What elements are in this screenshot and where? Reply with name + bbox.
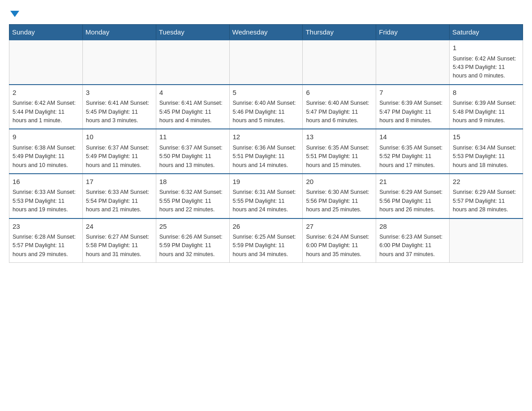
day-info: Sunrise: 6:40 AM Sunset: 5:47 PM Dayligh… bbox=[306, 99, 373, 125]
calendar-week-row: 2Sunrise: 6:42 AM Sunset: 5:44 PM Daylig… bbox=[9, 85, 523, 129]
calendar-cell bbox=[82, 40, 156, 85]
day-info: Sunrise: 6:29 AM Sunset: 5:57 PM Dayligh… bbox=[453, 188, 519, 214]
day-number: 19 bbox=[233, 177, 300, 187]
day-number: 9 bbox=[13, 132, 79, 142]
day-info: Sunrise: 6:40 AM Sunset: 5:46 PM Dayligh… bbox=[233, 99, 300, 125]
calendar-week-row: 23Sunrise: 6:28 AM Sunset: 5:57 PM Dayli… bbox=[9, 218, 523, 263]
calendar-cell bbox=[303, 40, 376, 85]
calendar-cell: 6Sunrise: 6:40 AM Sunset: 5:47 PM Daylig… bbox=[303, 85, 376, 129]
day-number: 5 bbox=[233, 88, 300, 98]
day-header-monday: Monday bbox=[82, 25, 156, 40]
calendar-cell: 16Sunrise: 6:33 AM Sunset: 5:53 PM Dayli… bbox=[9, 174, 83, 218]
calendar-cell: 23Sunrise: 6:28 AM Sunset: 5:57 PM Dayli… bbox=[9, 218, 83, 263]
calendar-cell: 27Sunrise: 6:24 AM Sunset: 6:00 PM Dayli… bbox=[303, 218, 376, 263]
day-number: 22 bbox=[453, 177, 519, 187]
calendar-cell: 13Sunrise: 6:35 AM Sunset: 5:51 PM Dayli… bbox=[303, 129, 376, 174]
day-number: 28 bbox=[379, 222, 446, 232]
calendar-cell bbox=[156, 40, 229, 85]
day-number: 11 bbox=[159, 132, 226, 142]
calendar-header-row: SundayMondayTuesdayWednesdayThursdayFrid… bbox=[9, 25, 523, 40]
day-header-tuesday: Tuesday bbox=[156, 25, 229, 40]
calendar-cell bbox=[229, 40, 303, 85]
day-number: 1 bbox=[453, 43, 519, 53]
day-info: Sunrise: 6:23 AM Sunset: 6:00 PM Dayligh… bbox=[379, 233, 446, 259]
calendar-cell: 11Sunrise: 6:37 AM Sunset: 5:50 PM Dayli… bbox=[156, 129, 229, 174]
day-info: Sunrise: 6:33 AM Sunset: 5:53 PM Dayligh… bbox=[13, 188, 79, 214]
day-number: 25 bbox=[159, 222, 226, 232]
calendar-cell: 1Sunrise: 6:42 AM Sunset: 5:43 PM Daylig… bbox=[450, 40, 523, 85]
calendar-cell: 20Sunrise: 6:30 AM Sunset: 5:56 PM Dayli… bbox=[303, 174, 376, 218]
day-info: Sunrise: 6:41 AM Sunset: 5:45 PM Dayligh… bbox=[159, 99, 226, 125]
calendar-cell: 4Sunrise: 6:41 AM Sunset: 5:45 PM Daylig… bbox=[156, 85, 229, 129]
day-number: 14 bbox=[379, 132, 446, 142]
day-info: Sunrise: 6:35 AM Sunset: 5:52 PM Dayligh… bbox=[379, 144, 446, 170]
day-number: 16 bbox=[13, 177, 79, 187]
day-number: 27 bbox=[306, 222, 373, 232]
calendar-cell: 15Sunrise: 6:34 AM Sunset: 5:53 PM Dayli… bbox=[450, 129, 523, 174]
day-info: Sunrise: 6:36 AM Sunset: 5:51 PM Dayligh… bbox=[233, 144, 300, 170]
calendar-cell bbox=[9, 40, 83, 85]
day-number: 15 bbox=[453, 132, 519, 142]
calendar-cell bbox=[450, 218, 523, 263]
calendar-cell: 12Sunrise: 6:36 AM Sunset: 5:51 PM Dayli… bbox=[229, 129, 303, 174]
calendar-cell: 3Sunrise: 6:41 AM Sunset: 5:45 PM Daylig… bbox=[82, 85, 156, 129]
calendar-cell: 14Sunrise: 6:35 AM Sunset: 5:52 PM Dayli… bbox=[376, 129, 450, 174]
day-number: 21 bbox=[379, 177, 446, 187]
day-number: 2 bbox=[13, 88, 79, 98]
day-info: Sunrise: 6:29 AM Sunset: 5:56 PM Dayligh… bbox=[379, 188, 446, 214]
page-header bbox=[9, 9, 523, 17]
day-info: Sunrise: 6:42 AM Sunset: 5:43 PM Dayligh… bbox=[453, 55, 519, 81]
day-info: Sunrise: 6:37 AM Sunset: 5:49 PM Dayligh… bbox=[86, 144, 153, 170]
day-number: 3 bbox=[86, 88, 153, 98]
day-info: Sunrise: 6:25 AM Sunset: 5:59 PM Dayligh… bbox=[233, 233, 300, 259]
calendar-cell: 22Sunrise: 6:29 AM Sunset: 5:57 PM Dayli… bbox=[450, 174, 523, 218]
day-header-wednesday: Wednesday bbox=[229, 25, 303, 40]
day-header-saturday: Saturday bbox=[450, 25, 523, 40]
day-number: 8 bbox=[453, 88, 519, 98]
calendar-cell: 24Sunrise: 6:27 AM Sunset: 5:58 PM Dayli… bbox=[82, 218, 156, 263]
day-info: Sunrise: 6:37 AM Sunset: 5:50 PM Dayligh… bbox=[159, 144, 226, 170]
day-info: Sunrise: 6:26 AM Sunset: 5:59 PM Dayligh… bbox=[159, 233, 226, 259]
day-info: Sunrise: 6:41 AM Sunset: 5:45 PM Dayligh… bbox=[86, 99, 153, 125]
day-number: 20 bbox=[306, 177, 373, 187]
calendar-table: SundayMondayTuesdayWednesdayThursdayFrid… bbox=[9, 24, 523, 263]
calendar-cell: 28Sunrise: 6:23 AM Sunset: 6:00 PM Dayli… bbox=[376, 218, 450, 263]
day-number: 12 bbox=[233, 132, 300, 142]
calendar-cell: 2Sunrise: 6:42 AM Sunset: 5:44 PM Daylig… bbox=[9, 85, 83, 129]
calendar-cell: 25Sunrise: 6:26 AM Sunset: 5:59 PM Dayli… bbox=[156, 218, 229, 263]
day-info: Sunrise: 6:42 AM Sunset: 5:44 PM Dayligh… bbox=[13, 99, 79, 125]
calendar-cell: 7Sunrise: 6:39 AM Sunset: 5:47 PM Daylig… bbox=[376, 85, 450, 129]
day-info: Sunrise: 6:27 AM Sunset: 5:58 PM Dayligh… bbox=[86, 233, 153, 259]
day-info: Sunrise: 6:38 AM Sunset: 5:49 PM Dayligh… bbox=[13, 144, 79, 170]
day-number: 13 bbox=[306, 132, 373, 142]
calendar-week-row: 1Sunrise: 6:42 AM Sunset: 5:43 PM Daylig… bbox=[9, 40, 523, 85]
calendar-cell: 9Sunrise: 6:38 AM Sunset: 5:49 PM Daylig… bbox=[9, 129, 83, 174]
day-number: 23 bbox=[13, 222, 79, 232]
day-number: 10 bbox=[86, 132, 153, 142]
day-info: Sunrise: 6:35 AM Sunset: 5:51 PM Dayligh… bbox=[306, 144, 373, 170]
day-number: 26 bbox=[233, 222, 300, 232]
calendar-cell bbox=[376, 40, 450, 85]
day-info: Sunrise: 6:30 AM Sunset: 5:56 PM Dayligh… bbox=[306, 188, 373, 214]
day-header-thursday: Thursday bbox=[303, 25, 376, 40]
day-number: 17 bbox=[86, 177, 153, 187]
day-number: 24 bbox=[86, 222, 153, 232]
day-number: 6 bbox=[306, 88, 373, 98]
day-info: Sunrise: 6:24 AM Sunset: 6:00 PM Dayligh… bbox=[306, 233, 373, 259]
calendar-cell: 10Sunrise: 6:37 AM Sunset: 5:49 PM Dayli… bbox=[82, 129, 156, 174]
calendar-cell: 17Sunrise: 6:33 AM Sunset: 5:54 PM Dayli… bbox=[82, 174, 156, 218]
calendar-week-row: 16Sunrise: 6:33 AM Sunset: 5:53 PM Dayli… bbox=[9, 174, 523, 218]
day-info: Sunrise: 6:39 AM Sunset: 5:48 PM Dayligh… bbox=[453, 99, 519, 125]
calendar-cell: 18Sunrise: 6:32 AM Sunset: 5:55 PM Dayli… bbox=[156, 174, 229, 218]
calendar-cell: 21Sunrise: 6:29 AM Sunset: 5:56 PM Dayli… bbox=[376, 174, 450, 218]
calendar-cell: 19Sunrise: 6:31 AM Sunset: 5:55 PM Dayli… bbox=[229, 174, 303, 218]
day-info: Sunrise: 6:31 AM Sunset: 5:55 PM Dayligh… bbox=[233, 188, 300, 214]
calendar-cell: 5Sunrise: 6:40 AM Sunset: 5:46 PM Daylig… bbox=[229, 85, 303, 129]
day-info: Sunrise: 6:32 AM Sunset: 5:55 PM Dayligh… bbox=[159, 188, 226, 214]
logo bbox=[9, 9, 19, 17]
day-number: 4 bbox=[159, 88, 226, 98]
day-info: Sunrise: 6:34 AM Sunset: 5:53 PM Dayligh… bbox=[453, 144, 519, 170]
day-info: Sunrise: 6:33 AM Sunset: 5:54 PM Dayligh… bbox=[86, 188, 153, 214]
calendar-week-row: 9Sunrise: 6:38 AM Sunset: 5:49 PM Daylig… bbox=[9, 129, 523, 174]
day-header-friday: Friday bbox=[376, 25, 450, 40]
